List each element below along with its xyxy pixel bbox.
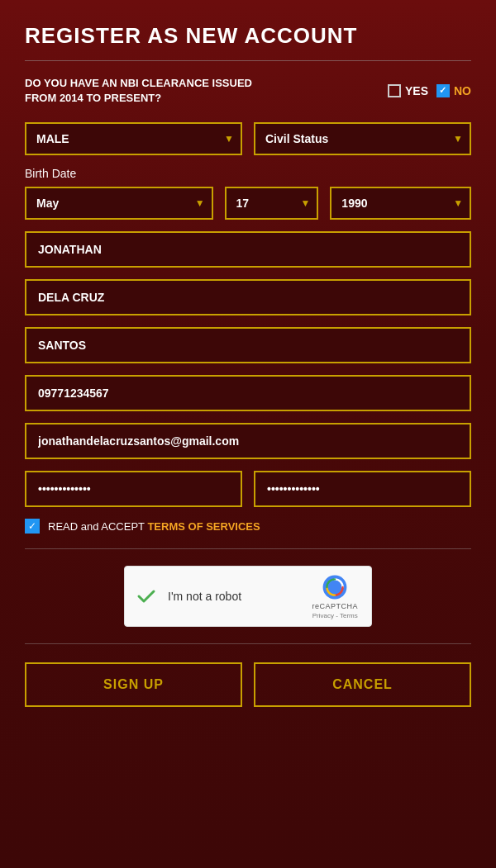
civil-status-select-wrapper: Civil Status Single Married Widowed Sepa… <box>254 122 471 155</box>
signup-button[interactable]: SIGN UP <box>25 662 242 707</box>
recaptcha-left: I'm not a robot <box>135 585 241 608</box>
action-buttons: SIGN UP CANCEL <box>25 662 471 707</box>
birth-month-select[interactable]: JanuaryFebruaryMarchApril MayJuneJulyAug… <box>25 187 213 220</box>
birth-year-select[interactable]: 1990 <box>330 187 471 220</box>
birth-year-wrapper: 1990 ▼ <box>330 187 471 220</box>
gender-select[interactable]: MALE FEMALE <box>25 122 242 155</box>
password-input[interactable] <box>25 471 242 507</box>
middle-name-input[interactable] <box>25 327 471 363</box>
birth-month-wrapper: JanuaryFebruaryMarchApril MayJuneJulyAug… <box>25 187 213 220</box>
cancel-button[interactable]: CANCEL <box>254 662 471 707</box>
terms-link[interactable]: TERMS OF SERVICES <box>147 520 260 533</box>
page-title: REGISTER AS NEW ACCOUNT <box>25 23 471 49</box>
terms-divider <box>25 548 471 549</box>
nbi-no-label: NO <box>454 84 471 97</box>
phone-input[interactable] <box>25 375 471 411</box>
recaptcha-checkmark-icon <box>135 585 158 608</box>
title-divider <box>25 60 471 61</box>
action-divider <box>25 643 471 644</box>
terms-text: READ and ACCEPT TERMS OF SERVICES <box>48 520 260 533</box>
first-name-input[interactable] <box>25 231 471 268</box>
nbi-options: YES NO <box>388 84 471 97</box>
gender-select-wrapper: MALE FEMALE ▼ <box>25 122 242 155</box>
recaptcha-right: reCAPTCHA Privacy - Terms <box>312 574 358 619</box>
birth-date-label: Birth Date <box>25 167 471 180</box>
birth-day-select[interactable]: 17 <box>225 187 319 220</box>
nbi-yes-label: YES <box>405 84 428 97</box>
nbi-no-option[interactable]: NO <box>436 84 471 97</box>
nbi-question-text: DO YOU HAVE AN NBI CLEARANCE ISSUED FROM… <box>25 76 273 106</box>
nbi-yes-checkbox[interactable] <box>388 84 401 97</box>
recaptcha-label: I'm not a robot <box>168 590 241 603</box>
birth-day-wrapper: 17 ▼ <box>225 187 319 220</box>
recaptcha-links-text[interactable]: Privacy - Terms <box>312 612 358 619</box>
gender-civil-row: MALE FEMALE ▼ Civil Status Single Marrie… <box>25 122 471 155</box>
confirm-password-input[interactable] <box>254 471 471 507</box>
civil-status-select[interactable]: Civil Status Single Married Widowed Sepa… <box>254 122 471 155</box>
recaptcha-box[interactable]: I'm not a robot reCAPTCHA Privacy - Term… <box>124 566 372 627</box>
password-row <box>25 471 471 507</box>
nbi-no-checkbox[interactable] <box>436 84 450 97</box>
email-input[interactable] <box>25 423 471 459</box>
recaptcha-wrapper: I'm not a robot reCAPTCHA Privacy - Term… <box>25 566 471 627</box>
birth-date-row: JanuaryFebruaryMarchApril MayJuneJulyAug… <box>25 187 471 220</box>
recaptcha-logo-icon <box>322 574 348 600</box>
recaptcha-brand-text: reCAPTCHA <box>312 602 358 610</box>
terms-row[interactable]: READ and ACCEPT TERMS OF SERVICES <box>25 519 471 534</box>
last-name-input[interactable] <box>25 279 471 315</box>
terms-checkbox[interactable] <box>25 519 40 534</box>
nbi-yes-option[interactable]: YES <box>388 84 428 97</box>
nbi-clearance-row: DO YOU HAVE AN NBI CLEARANCE ISSUED FROM… <box>25 76 471 106</box>
